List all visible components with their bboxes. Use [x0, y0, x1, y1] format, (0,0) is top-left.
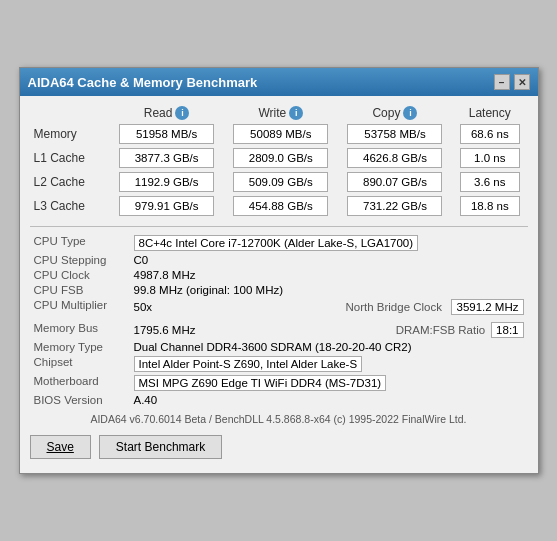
cpu-type-label: CPU Type	[30, 233, 130, 252]
save-button[interactable]: Save	[30, 435, 91, 459]
table-row: L3 Cache 979.91 GB/s 454.88 GB/s 731.22 …	[30, 194, 528, 218]
memory-bus-row: Memory Bus 1795.6 MHz DRAM:FSB Ratio 18:…	[30, 320, 528, 339]
cpu-clock-row: CPU Clock 4987.8 MHz	[30, 267, 528, 282]
write-value: 454.88 GB/s	[224, 194, 338, 218]
row-label: L2 Cache	[30, 170, 110, 194]
copy-info-icon[interactable]: i	[403, 106, 417, 120]
footer-text: AIDA64 v6.70.6014 Beta / BenchDLL 4.5.86…	[30, 413, 528, 425]
motherboard-row: Motherboard MSI MPG Z690 Edge TI WiFi DD…	[30, 373, 528, 392]
write-col-header: Write	[258, 106, 286, 120]
cpu-stepping-row: CPU Stepping C0	[30, 252, 528, 267]
copy-value: 4626.8 GB/s	[338, 146, 452, 170]
chipset-box: Intel Alder Point-S Z690, Intel Alder La…	[134, 356, 363, 372]
benchmark-table: Read i Write i Copy i	[30, 104, 528, 218]
cpu-multiplier-row: CPU Multiplier 50x North Bridge Clock 35…	[30, 297, 528, 316]
table-row: L2 Cache 1192.9 GB/s 509.09 GB/s 890.07 …	[30, 170, 528, 194]
latency-value: 68.6 ns	[452, 122, 527, 146]
cpu-clock-label: CPU Clock	[30, 267, 130, 282]
copy-value: 53758 MB/s	[338, 122, 452, 146]
read-info-icon[interactable]: i	[175, 106, 189, 120]
latency-value: 1.0 ns	[452, 146, 527, 170]
latency-col-header: Latency	[452, 104, 527, 122]
copy-col-header: Copy	[372, 106, 400, 120]
write-info-icon[interactable]: i	[289, 106, 303, 120]
bios-row: BIOS Version A.40	[30, 392, 528, 407]
table-row: Memory 51958 MB/s 50089 MB/s 53758 MB/s …	[30, 122, 528, 146]
read-col-header: Read	[144, 106, 173, 120]
write-value: 2809.0 GB/s	[224, 146, 338, 170]
row-label: L3 Cache	[30, 194, 110, 218]
cpu-type-value: 8C+4c Intel Core i7-12700K (Alder Lake-S…	[130, 233, 528, 252]
bios-value: A.40	[130, 392, 528, 407]
motherboard-box: MSI MPG Z690 Edge TI WiFi DDR4 (MS-7D31)	[134, 375, 387, 391]
memory-type-label: Memory Type	[30, 339, 130, 354]
close-button[interactable]: ✕	[514, 74, 530, 90]
memory-type-value: Dual Channel DDR4-3600 SDRAM (18-20-20-4…	[130, 339, 528, 354]
read-value: 1192.9 GB/s	[110, 170, 224, 194]
north-bridge-value: 3591.2 MHz	[451, 299, 523, 315]
copy-value: 731.22 GB/s	[338, 194, 452, 218]
north-bridge-label: North Bridge Clock	[345, 301, 445, 313]
latency-value: 18.8 ns	[452, 194, 527, 218]
write-value: 509.09 GB/s	[224, 170, 338, 194]
read-value: 979.91 GB/s	[110, 194, 224, 218]
row-label: L1 Cache	[30, 146, 110, 170]
cpu-multiplier-label: CPU Multiplier	[30, 297, 130, 316]
cpu-clock-value: 4987.8 MHz	[130, 267, 528, 282]
content-area: Read i Write i Copy i	[20, 96, 538, 473]
minimize-button[interactable]: –	[494, 74, 510, 90]
start-benchmark-button[interactable]: Start Benchmark	[99, 435, 222, 459]
dram-fsb-value: 18:1	[491, 322, 523, 338]
cpu-stepping-value: C0	[130, 252, 528, 267]
cpu-type-box: 8C+4c Intel Core i7-12700K (Alder Lake-S…	[134, 235, 419, 251]
latency-value: 3.6 ns	[452, 170, 527, 194]
table-row: L1 Cache 3877.3 GB/s 2809.0 GB/s 4626.8 …	[30, 146, 528, 170]
cpu-type-row: CPU Type 8C+4c Intel Core i7-12700K (Ald…	[30, 233, 528, 252]
memory-bus-cell: 1795.6 MHz DRAM:FSB Ratio 18:1	[130, 320, 528, 339]
title-bar: AIDA64 Cache & Memory Benchmark – ✕	[20, 68, 538, 96]
chipset-value: Intel Alder Point-S Z690, Intel Alder La…	[130, 354, 528, 373]
memory-bus-label: Memory Bus	[30, 320, 130, 339]
copy-value: 890.07 GB/s	[338, 170, 452, 194]
read-value: 51958 MB/s	[110, 122, 224, 146]
main-window: AIDA64 Cache & Memory Benchmark – ✕ Read…	[19, 67, 539, 474]
chipset-row: Chipset Intel Alder Point-S Z690, Intel …	[30, 354, 528, 373]
cpu-multiplier-value: 50x	[134, 301, 153, 313]
cpu-fsb-value: 99.8 MHz (original: 100 MHz)	[130, 282, 528, 297]
window-title: AIDA64 Cache & Memory Benchmark	[28, 75, 258, 90]
cpu-fsb-row: CPU FSB 99.8 MHz (original: 100 MHz)	[30, 282, 528, 297]
cpu-multiplier-cell: 50x North Bridge Clock 3591.2 MHz	[130, 297, 528, 316]
dram-fsb-label: DRAM:FSB Ratio	[396, 324, 485, 336]
read-value: 3877.3 GB/s	[110, 146, 224, 170]
memory-type-row: Memory Type Dual Channel DDR4-3600 SDRAM…	[30, 339, 528, 354]
cpu-fsb-label: CPU FSB	[30, 282, 130, 297]
memory-bus-value: 1795.6 MHz	[134, 324, 196, 336]
motherboard-label: Motherboard	[30, 373, 130, 392]
motherboard-value: MSI MPG Z690 Edge TI WiFi DDR4 (MS-7D31)	[130, 373, 528, 392]
footer-buttons: Save Start Benchmark	[30, 431, 528, 465]
bios-label: BIOS Version	[30, 392, 130, 407]
write-value: 50089 MB/s	[224, 122, 338, 146]
title-bar-buttons: – ✕	[494, 74, 530, 90]
info-table: CPU Type 8C+4c Intel Core i7-12700K (Ald…	[30, 233, 528, 407]
cpu-stepping-label: CPU Stepping	[30, 252, 130, 267]
row-label: Memory	[30, 122, 110, 146]
chipset-label: Chipset	[30, 354, 130, 373]
